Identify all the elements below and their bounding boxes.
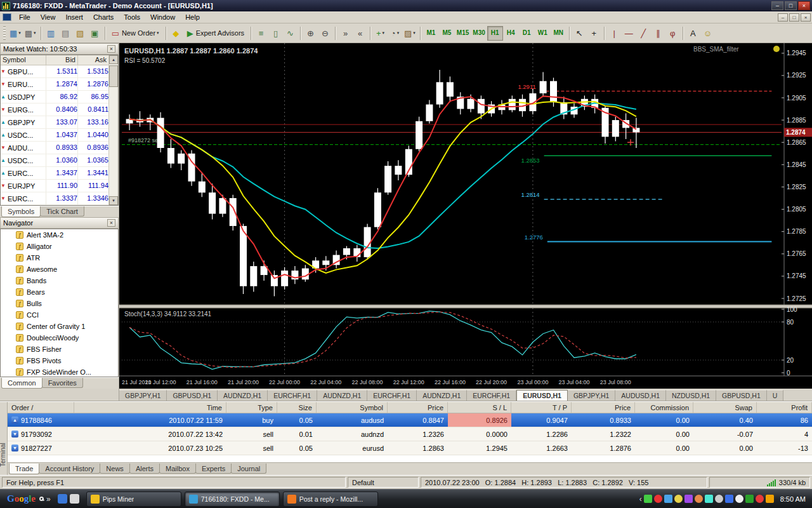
terminal-column-price[interactable]: Price [388,402,448,413]
maximize-button[interactable]: □ [785,1,797,10]
scroll-down-icon[interactable]: ▼ [109,196,118,205]
trendline-button[interactable]: ╱ [636,26,651,41]
close-icon[interactable]: × [107,45,115,53]
terminal-column-time[interactable]: Time [74,402,226,413]
market-watch-row[interactable]: ▼EURJPY111.90111.94 [1,180,118,192]
tab-symbols[interactable]: Symbols [1,206,41,217]
chart-tab-gbpusd-h1[interactable]: GBPUSD,H1 [716,390,767,401]
menu-tools[interactable]: Tools [119,12,145,22]
tray-icon[interactable] [654,495,662,503]
chart-window-icon[interactable] [3,13,11,21]
terminal-column-size[interactable]: Size [277,402,317,413]
tray-icon[interactable] [644,495,652,503]
column-ask[interactable]: Ask [78,55,109,65]
market-watch-row[interactable]: ▼EURG...0.84060.8411 [1,104,118,116]
navigator-item[interactable]: ƒBulls [1,298,118,309]
menu-window[interactable]: Window [145,12,180,22]
chart-tab-gbpusd-h1[interactable]: GBPUSD,H1 [167,390,218,401]
market-watch-row[interactable]: ▼GBPU...1.53111.5315 [1,65,118,78]
navigator-item[interactable]: ƒCenter of Gravity 1 [1,321,118,332]
terminal-column-sl[interactable]: S / L [448,402,511,413]
taskbar-task[interactable]: 7166180: FXDD - Me... [185,491,280,507]
terminal-column-tp[interactable]: T / P [511,402,572,413]
cursor-button[interactable]: ↖ [572,26,587,41]
timeframe-m1[interactable]: M1 [423,26,439,41]
child-close-button[interactable]: × [801,13,811,22]
menu-help[interactable]: Help [180,12,205,22]
timeframe-m30[interactable]: M30 [471,26,487,41]
tray-icon[interactable] [684,495,693,503]
tray-icon[interactable] [664,495,672,503]
chart-tab-eurchf-h1[interactable]: EURCHF,H1 [367,390,417,401]
terminal-column-profit[interactable]: Profit [757,402,812,413]
tray-icon[interactable] [695,495,703,503]
bar-chart-button[interactable]: ≡ [254,26,268,41]
templates-button[interactable]: ▨▾ [402,26,417,41]
price-chart[interactable]: #918272 sell1.29111.28531.28141.27761.29… [119,43,812,389]
taskbar-clock[interactable]: 8:50 AM [780,495,806,503]
terminal-column-swap[interactable]: Swap [693,402,757,413]
market-watch-row[interactable]: ▲USDJPY86.9286.95 [1,91,118,104]
column-symbol[interactable]: Symbol [1,55,46,65]
terminal-tab-account-history[interactable]: Account History [39,464,100,474]
tray-icon[interactable] [745,495,754,503]
profiles-button[interactable]: ▩▾ [23,26,38,41]
tab-tick-chart[interactable]: Tick Chart [40,206,84,217]
tray-icon[interactable] [756,495,764,503]
navigator-item[interactable]: ƒATR [1,252,118,264]
chart-tab-audusd-h1[interactable]: AUDUSD,H1 [615,390,666,401]
minimize-button[interactable]: – [771,1,783,10]
chart-tab-eurchf-h1[interactable]: EURCHF,H1 [268,390,317,401]
terminal-column-price2[interactable]: Price [572,402,635,413]
zoom-out-button[interactable]: ⊖ [318,26,332,41]
chart-shift-button[interactable]: « [353,26,367,41]
arrows-button[interactable]: ☺ [700,26,715,41]
new-order-button[interactable]: ▭New Order▾ [108,26,163,41]
candlestick-button[interactable]: ▯ [268,26,283,41]
market-watch-toggle[interactable]: ▥ [44,26,58,41]
menu-view[interactable]: View [36,12,61,22]
market-watch-row[interactable]: ▼EURC...1.33371.3346 [1,192,118,205]
timeframe-mn[interactable]: MN [551,26,566,41]
order-row[interactable]: ▲917888462010.07.22 11:59buy0.05audusd0.… [8,413,812,427]
timeframe-m15[interactable]: M15 [455,26,471,41]
market-watch-row[interactable]: ▲USDC...1.04371.0440 [1,129,118,142]
chart-canvas[interactable]: #918272 sell1.29111.28531.28141.27761.29… [119,43,812,389]
terminal-tab-trade[interactable]: Trade [9,464,39,474]
chart-tab-audnzd-h1[interactable]: AUDNZD,H1 [218,390,268,401]
market-watch-scrollbar[interactable]: ▲ ▼ [108,55,118,205]
tray-icon[interactable] [725,495,733,503]
navigator-item[interactable]: ƒCCI [1,309,118,321]
tab-common[interactable]: Common [1,378,43,389]
timeframe-h4[interactable]: H4 [503,26,519,41]
navigator-item[interactable]: ƒBands [1,275,118,286]
chart-tab-u[interactable]: U [767,390,784,401]
tray-icon[interactable] [735,495,743,503]
menu-insert[interactable]: Insert [60,12,88,22]
terminal-side-strip[interactable]: Terminal [0,402,8,475]
navigator-item[interactable]: ƒFBS Fisher [1,344,118,355]
terminal-tab-mailbox[interactable]: Mailbox [159,464,196,474]
tray-icon[interactable] [674,495,683,503]
navigator-toggle[interactable]: ▧ [73,26,88,41]
market-watch-row[interactable]: ▲USDC...1.03601.0365 [1,154,118,167]
navigator-item[interactable]: ƒFBS Pivots [1,355,118,366]
market-watch-row[interactable]: ▲GBPJPY133.07133.16 [1,116,118,129]
market-watch-row[interactable]: ▼EURU...1.28741.2876 [1,78,118,91]
chart-tab-audnzd-h1[interactable]: AUDNZD,H1 [317,390,367,401]
data-window-toggle[interactable]: ▤ [58,26,73,41]
chevron-right-icon[interactable]: » [46,495,51,504]
expert-advisors-button[interactable]: ▶Expert Advisors [183,26,248,41]
close-icon[interactable]: × [107,219,115,227]
market-watch-row[interactable]: ▲EURC...1.34371.3441 [1,167,118,180]
order-row[interactable]: ▼918272272010.07.23 10:25sell0.05eurusd1… [8,441,812,455]
tray-collapse-icon[interactable]: ‹ [639,495,642,504]
terminal-tab-experts[interactable]: Experts [195,464,232,474]
chart-tab-gbpjpy-h1[interactable]: GBPJPY,H1 [119,390,167,401]
terminal-column-type[interactable]: Type [226,402,277,413]
taskbar-task[interactable]: Pips Miner [86,491,181,507]
navigator-item[interactable]: ƒAwesome [1,264,118,275]
navigator-item[interactable]: ƒAlligator [1,241,118,252]
scroll-up-icon[interactable]: ▲ [109,55,118,64]
terminal-tab-alerts[interactable]: Alerts [129,464,160,474]
